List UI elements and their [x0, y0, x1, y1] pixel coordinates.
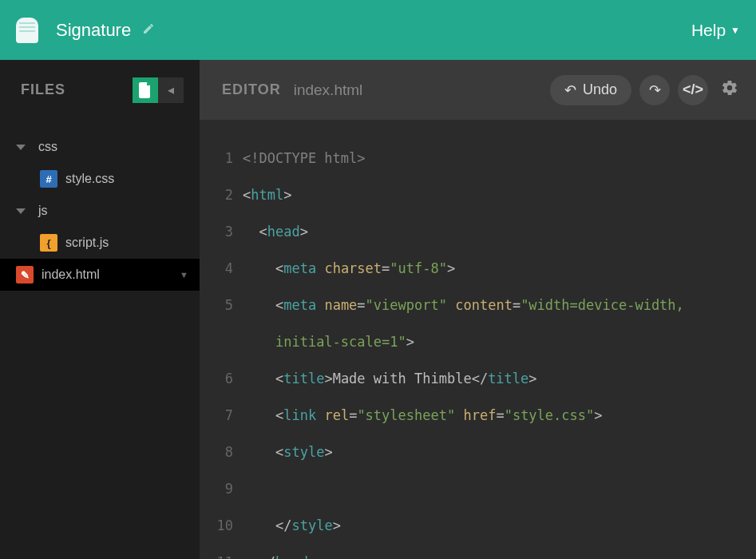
file-style-css[interactable]: # style.css: [0, 163, 200, 195]
redo-icon: ↷: [649, 81, 661, 99]
file-sidebar: FILES ◂ css # style.css js: [0, 60, 200, 559]
js-file-icon: {: [40, 234, 57, 252]
triangle-down-icon: [16, 145, 26, 150]
file-script-js[interactable]: { script.js: [0, 227, 200, 259]
file-label: script.js: [65, 236, 109, 250]
settings-button[interactable]: [721, 79, 738, 101]
folder-js[interactable]: js: [0, 195, 200, 227]
pencil-icon[interactable]: [142, 22, 155, 38]
project-title: Signature: [56, 20, 131, 41]
caret-down-icon[interactable]: ▼: [180, 270, 188, 280]
file-index-html[interactable]: ✎ index.html ▼: [0, 259, 200, 291]
chevron-left-icon: ◂: [168, 82, 174, 97]
folder-label: js: [38, 204, 48, 218]
file-label: style.css: [65, 172, 114, 186]
undo-label: Undo: [583, 81, 617, 98]
editor-filename: index.html: [294, 81, 363, 99]
redo-button[interactable]: ↷: [639, 75, 670, 105]
top-bar: Signature Help ▼: [0, 0, 756, 60]
toggle-preview-button[interactable]: </>: [678, 75, 708, 105]
editor-header: EDITOR index.html ↶ Undo ↷ </>: [200, 60, 756, 120]
files-label: FILES: [21, 81, 65, 98]
workspace: FILES ◂ css # style.css js: [0, 60, 756, 559]
code-editor[interactable]: 1<!DOCTYPE html> 2<html> 3 <head> 4 <met…: [200, 120, 756, 559]
css-file-icon: #: [40, 170, 57, 188]
file-label: index.html: [42, 268, 100, 282]
collapse-sidebar-button[interactable]: ◂: [158, 77, 184, 103]
code-text: <!DOCTYPE html>: [243, 150, 366, 166]
thimble-logo-icon: [16, 18, 38, 43]
file-icon: [139, 82, 152, 98]
folder-label: css: [38, 140, 57, 154]
undo-button[interactable]: ↶ Undo: [550, 75, 631, 105]
undo-icon: ↶: [564, 81, 576, 99]
file-tree: css # style.css js { script.js ✎ index.h…: [0, 120, 200, 291]
triangle-down-icon: [16, 208, 26, 214]
help-menu[interactable]: Help ▼: [691, 21, 740, 40]
editor-pane: EDITOR index.html ↶ Undo ↷ </> 1<!DOCTYP…: [200, 60, 756, 559]
caret-down-icon: ▼: [730, 25, 740, 36]
new-file-button[interactable]: [133, 77, 158, 103]
folder-css[interactable]: css: [0, 131, 200, 163]
editor-label: EDITOR: [222, 81, 281, 98]
gear-icon: [721, 79, 738, 97]
html-file-icon: ✎: [16, 266, 34, 283]
help-label: Help: [691, 21, 726, 40]
sidebar-header: FILES ◂: [0, 60, 200, 120]
code-icon: </>: [683, 81, 703, 98]
